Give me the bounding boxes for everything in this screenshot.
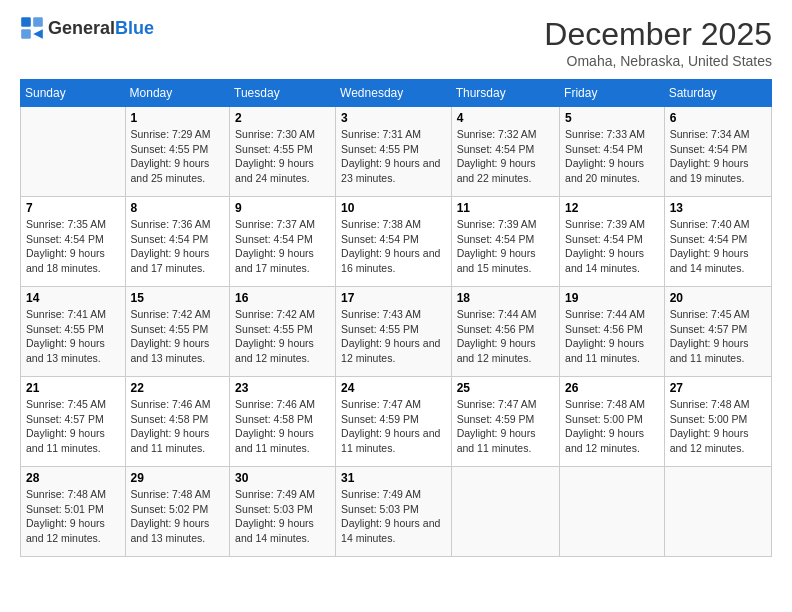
week-row-5: 28Sunrise: 7:48 AMSunset: 5:01 PMDayligh… [21,467,772,557]
sunrise-text: Sunrise: 7:34 AM [670,128,750,140]
day-number: 30 [235,471,330,485]
day-info: Sunrise: 7:38 AMSunset: 4:54 PMDaylight:… [341,217,446,276]
daylight-text: Daylight: 9 hours and 17 minutes. [131,247,210,274]
sunrise-text: Sunrise: 7:41 AM [26,308,106,320]
daylight-text: Daylight: 9 hours and 12 minutes. [341,337,440,364]
sunset-text: Sunset: 4:57 PM [26,413,104,425]
header-day-thursday: Thursday [451,80,559,107]
daylight-text: Daylight: 9 hours and 12 minutes. [457,337,536,364]
day-info: Sunrise: 7:47 AMSunset: 4:59 PMDaylight:… [341,397,446,456]
sunset-text: Sunset: 4:55 PM [235,323,313,335]
day-info: Sunrise: 7:34 AMSunset: 4:54 PMDaylight:… [670,127,766,186]
calendar-cell: 7Sunrise: 7:35 AMSunset: 4:54 PMDaylight… [21,197,126,287]
svg-marker-3 [33,29,43,39]
logo: GeneralBlue [20,16,154,40]
day-number: 3 [341,111,446,125]
calendar-cell: 10Sunrise: 7:38 AMSunset: 4:54 PMDayligh… [336,197,452,287]
calendar-cell: 12Sunrise: 7:39 AMSunset: 4:54 PMDayligh… [560,197,665,287]
day-info: Sunrise: 7:35 AMSunset: 4:54 PMDaylight:… [26,217,120,276]
day-info: Sunrise: 7:46 AMSunset: 4:58 PMDaylight:… [131,397,225,456]
day-number: 4 [457,111,554,125]
sunset-text: Sunset: 4:55 PM [26,323,104,335]
sunrise-text: Sunrise: 7:37 AM [235,218,315,230]
day-info: Sunrise: 7:44 AMSunset: 4:56 PMDaylight:… [457,307,554,366]
daylight-text: Daylight: 9 hours and 11 minutes. [565,337,644,364]
day-number: 16 [235,291,330,305]
sunset-text: Sunset: 4:57 PM [670,323,748,335]
day-number: 20 [670,291,766,305]
header-day-monday: Monday [125,80,230,107]
sunrise-text: Sunrise: 7:33 AM [565,128,645,140]
sunrise-text: Sunrise: 7:47 AM [457,398,537,410]
day-info: Sunrise: 7:36 AMSunset: 4:54 PMDaylight:… [131,217,225,276]
sunset-text: Sunset: 4:55 PM [131,143,209,155]
day-info: Sunrise: 7:46 AMSunset: 4:58 PMDaylight:… [235,397,330,456]
calendar-cell [21,107,126,197]
day-info: Sunrise: 7:45 AMSunset: 4:57 PMDaylight:… [26,397,120,456]
sunrise-text: Sunrise: 7:44 AM [565,308,645,320]
sunrise-text: Sunrise: 7:39 AM [457,218,537,230]
sunset-text: Sunset: 4:55 PM [235,143,313,155]
calendar-cell [664,467,771,557]
page-header: GeneralBlue December 2025 Omaha, Nebrask… [20,16,772,69]
daylight-text: Daylight: 9 hours and 11 minutes. [670,337,749,364]
calendar-title: December 2025 [544,16,772,53]
week-row-4: 21Sunrise: 7:45 AMSunset: 4:57 PMDayligh… [21,377,772,467]
sunset-text: Sunset: 4:54 PM [457,233,535,245]
sunrise-text: Sunrise: 7:29 AM [131,128,211,140]
calendar-cell: 11Sunrise: 7:39 AMSunset: 4:54 PMDayligh… [451,197,559,287]
daylight-text: Daylight: 9 hours and 12 minutes. [26,517,105,544]
sunrise-text: Sunrise: 7:49 AM [341,488,421,500]
sunset-text: Sunset: 4:56 PM [457,323,535,335]
day-number: 29 [131,471,225,485]
day-info: Sunrise: 7:42 AMSunset: 4:55 PMDaylight:… [131,307,225,366]
sunrise-text: Sunrise: 7:31 AM [341,128,421,140]
header-day-saturday: Saturday [664,80,771,107]
day-number: 12 [565,201,659,215]
day-number: 1 [131,111,225,125]
day-number: 28 [26,471,120,485]
daylight-text: Daylight: 9 hours and 12 minutes. [235,337,314,364]
sunrise-text: Sunrise: 7:46 AM [131,398,211,410]
sunset-text: Sunset: 4:54 PM [670,233,748,245]
daylight-text: Daylight: 9 hours and 11 minutes. [235,427,314,454]
daylight-text: Daylight: 9 hours and 14 minutes. [341,517,440,544]
daylight-text: Daylight: 9 hours and 13 minutes. [26,337,105,364]
daylight-text: Daylight: 9 hours and 14 minutes. [565,247,644,274]
day-number: 21 [26,381,120,395]
day-number: 18 [457,291,554,305]
logo-icon [20,16,44,40]
sunset-text: Sunset: 4:55 PM [341,323,419,335]
daylight-text: Daylight: 9 hours and 22 minutes. [457,157,536,184]
calendar-cell: 15Sunrise: 7:42 AMSunset: 4:55 PMDayligh… [125,287,230,377]
sunrise-text: Sunrise: 7:35 AM [26,218,106,230]
sunrise-text: Sunrise: 7:45 AM [670,308,750,320]
calendar-cell: 20Sunrise: 7:45 AMSunset: 4:57 PMDayligh… [664,287,771,377]
sunrise-text: Sunrise: 7:39 AM [565,218,645,230]
day-number: 7 [26,201,120,215]
calendar-table: SundayMondayTuesdayWednesdayThursdayFrid… [20,79,772,557]
day-number: 11 [457,201,554,215]
calendar-cell: 1Sunrise: 7:29 AMSunset: 4:55 PMDaylight… [125,107,230,197]
day-info: Sunrise: 7:48 AMSunset: 5:00 PMDaylight:… [670,397,766,456]
calendar-cell: 23Sunrise: 7:46 AMSunset: 4:58 PMDayligh… [230,377,336,467]
sunset-text: Sunset: 4:54 PM [26,233,104,245]
sunset-text: Sunset: 4:59 PM [341,413,419,425]
calendar-cell: 19Sunrise: 7:44 AMSunset: 4:56 PMDayligh… [560,287,665,377]
day-number: 5 [565,111,659,125]
day-info: Sunrise: 7:41 AMSunset: 4:55 PMDaylight:… [26,307,120,366]
title-area: December 2025 Omaha, Nebraska, United St… [544,16,772,69]
week-row-2: 7Sunrise: 7:35 AMSunset: 4:54 PMDaylight… [21,197,772,287]
day-number: 25 [457,381,554,395]
calendar-cell: 3Sunrise: 7:31 AMSunset: 4:55 PMDaylight… [336,107,452,197]
daylight-text: Daylight: 9 hours and 11 minutes. [341,427,440,454]
sunset-text: Sunset: 4:54 PM [457,143,535,155]
day-info: Sunrise: 7:49 AMSunset: 5:03 PMDaylight:… [341,487,446,546]
day-number: 6 [670,111,766,125]
day-info: Sunrise: 7:43 AMSunset: 4:55 PMDaylight:… [341,307,446,366]
sunrise-text: Sunrise: 7:42 AM [235,308,315,320]
day-number: 22 [131,381,225,395]
sunset-text: Sunset: 4:55 PM [341,143,419,155]
calendar-cell: 21Sunrise: 7:45 AMSunset: 4:57 PMDayligh… [21,377,126,467]
sunrise-text: Sunrise: 7:36 AM [131,218,211,230]
